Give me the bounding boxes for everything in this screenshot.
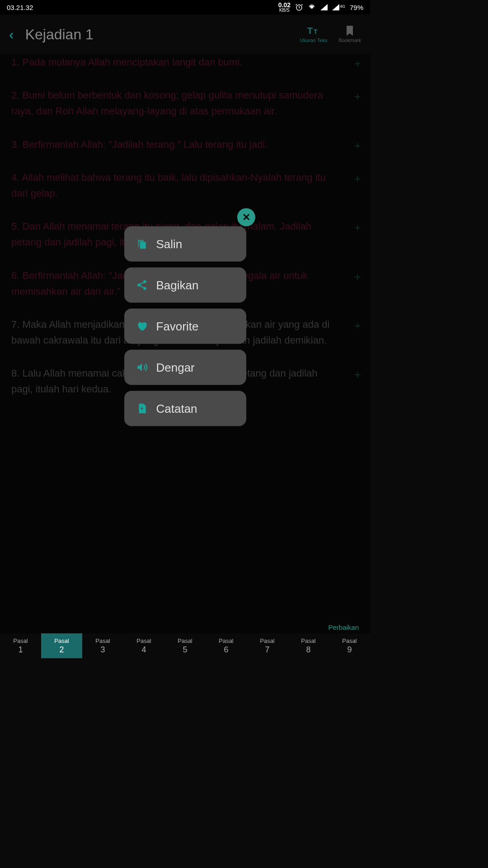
chapter-tab-9[interactable]: Pasal9 (329, 633, 370, 658)
svg-point-1 (311, 6, 313, 9)
note-icon (136, 403, 148, 415)
alarm-icon (295, 3, 303, 11)
share-icon (136, 279, 148, 291)
bookmark-button[interactable]: Bookmark (338, 26, 361, 43)
menu-label: Dengar (156, 360, 195, 374)
chapter-tab-8[interactable]: Pasal8 (288, 633, 329, 658)
chapter-tab-3[interactable]: Pasal3 (82, 633, 123, 658)
menu-label: Bagikan (156, 278, 199, 292)
chapter-tab-7[interactable]: Pasal7 (247, 633, 288, 658)
chapter-tabs: Pasal1Pasal2Pasal3Pasal4Pasal5Pasal6Pasa… (0, 633, 370, 658)
status-time: 03.21.32 (7, 4, 33, 11)
chapter-tab-2[interactable]: Pasal2 (41, 633, 82, 658)
svg-point-7 (143, 287, 146, 290)
menu-share-button[interactable]: Bagikan (124, 268, 246, 303)
hotspot-icon (308, 3, 316, 11)
heart-icon (136, 321, 148, 332)
text-size-icon: TT (307, 26, 320, 36)
close-icon: ✕ (242, 212, 250, 223)
svg-text:T: T (307, 26, 313, 36)
menu-label: Catatan (156, 401, 197, 415)
copy-icon (136, 238, 148, 250)
chapter-tab-1[interactable]: Pasal1 (0, 633, 41, 658)
menu-heart-button[interactable]: Favorite (124, 309, 246, 344)
back-button[interactable]: ‹ (9, 26, 14, 43)
chapter-tab-4[interactable]: Pasal4 (123, 633, 164, 658)
svg-point-6 (137, 283, 141, 287)
menu-note-button[interactable]: Catatan (124, 391, 246, 426)
chapter-tab-6[interactable]: Pasal6 (206, 633, 247, 658)
menu-label: Favorite (156, 319, 199, 333)
battery-text: 79% (350, 4, 363, 11)
close-button[interactable]: ✕ (237, 208, 255, 226)
fix-label[interactable]: Perbaikan (328, 623, 359, 631)
network-speed: 0.02 KB/S (278, 2, 291, 13)
menu-volume-button[interactable]: Dengar (124, 350, 246, 385)
chapter-tab-5[interactable]: Pasal5 (164, 633, 206, 658)
context-menu: ✕ SalinBagikanFavoriteDengarCatatan (124, 226, 246, 432)
svg-text:T: T (314, 28, 318, 35)
svg-rect-4 (140, 242, 145, 249)
signal-4g-icon: 4G (332, 4, 345, 10)
volume-icon (136, 362, 148, 373)
app-header: ‹ Kejadian 1 TT Ukuran Teks Bookmark (0, 14, 370, 54)
status-bar: 03.21.32 0.02 KB/S 4G 79% (0, 0, 370, 14)
status-right: 0.02 KB/S 4G 79% (278, 2, 363, 13)
svg-point-5 (143, 280, 146, 283)
menu-copy-button[interactable]: Salin (124, 226, 246, 262)
bookmark-icon (346, 26, 354, 36)
signal-icon (320, 4, 328, 10)
page-title: Kejadian 1 (25, 26, 289, 43)
text-size-button[interactable]: TT Ukuran Teks (300, 26, 328, 43)
menu-label: Salin (156, 237, 183, 251)
